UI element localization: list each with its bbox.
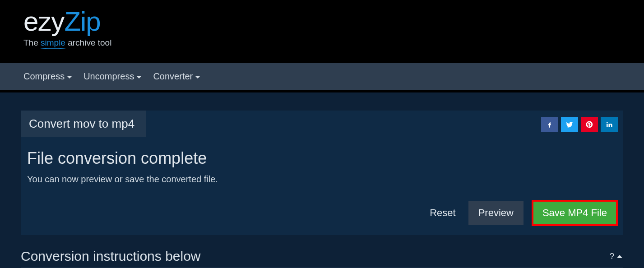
logo-part2: Zip xyxy=(64,6,100,37)
help-label: ? xyxy=(610,252,614,261)
action-row: Reset Preview Save MP4 File xyxy=(21,186,623,226)
nav-uncompress[interactable]: Uncompress xyxy=(83,71,141,82)
nav-bar: Compress Uncompress Converter xyxy=(0,63,644,92)
tagline: The simple archive tool xyxy=(23,38,111,48)
logo[interactable]: ezyZip The simple archive tool xyxy=(23,8,111,48)
logo-text: ezyZip xyxy=(23,8,111,35)
reset-button[interactable]: Reset xyxy=(425,201,460,225)
share-twitter-button[interactable] xyxy=(561,117,578,132)
tagline-post: archive tool xyxy=(65,38,111,47)
facebook-icon xyxy=(546,120,554,129)
status-title: File conversion complete xyxy=(27,149,616,168)
logo-part1: ezy xyxy=(23,6,64,37)
twitter-icon xyxy=(565,120,574,129)
preview-button[interactable]: Preview xyxy=(468,201,524,225)
linkedin-icon xyxy=(605,120,613,129)
tab-convert-mov-to-mp4[interactable]: Convert mov to mp4 xyxy=(21,111,146,137)
instructions-title: Conversion instructions below xyxy=(21,249,201,264)
pinterest-icon xyxy=(585,120,593,129)
nav-converter[interactable]: Converter xyxy=(153,71,200,82)
save-mp4-button[interactable]: Save MP4 File xyxy=(532,200,618,226)
card-body: File conversion complete You can now pre… xyxy=(21,137,623,186)
tab-row: Convert mov to mp4 xyxy=(21,111,623,137)
caret-up-icon xyxy=(617,255,622,258)
nav-compress-label: Compress xyxy=(23,71,65,82)
content-area: Convert mov to mp4 File conversion compl… xyxy=(0,92,644,268)
share-linkedin-button[interactable] xyxy=(601,117,618,132)
nav-compress[interactable]: Compress xyxy=(23,71,72,82)
caret-down-icon xyxy=(137,76,141,79)
caret-down-icon xyxy=(195,76,200,79)
status-subtitle: You can now preview or save the converte… xyxy=(27,174,616,185)
share-facebook-button[interactable] xyxy=(541,117,558,132)
caret-down-icon xyxy=(67,76,72,79)
share-pinterest-button[interactable] xyxy=(581,117,598,132)
social-share-row xyxy=(541,111,623,132)
tagline-mid: simple xyxy=(41,38,65,48)
nav-uncompress-label: Uncompress xyxy=(83,71,134,82)
help-toggle[interactable]: ? xyxy=(610,252,622,261)
instructions-header: Conversion instructions below ? xyxy=(21,235,623,268)
nav-converter-label: Converter xyxy=(153,71,193,82)
tagline-pre: The xyxy=(23,38,41,47)
site-header: ezyZip The simple archive tool xyxy=(0,0,644,63)
conversion-card: Convert mov to mp4 File conversion compl… xyxy=(21,111,623,235)
